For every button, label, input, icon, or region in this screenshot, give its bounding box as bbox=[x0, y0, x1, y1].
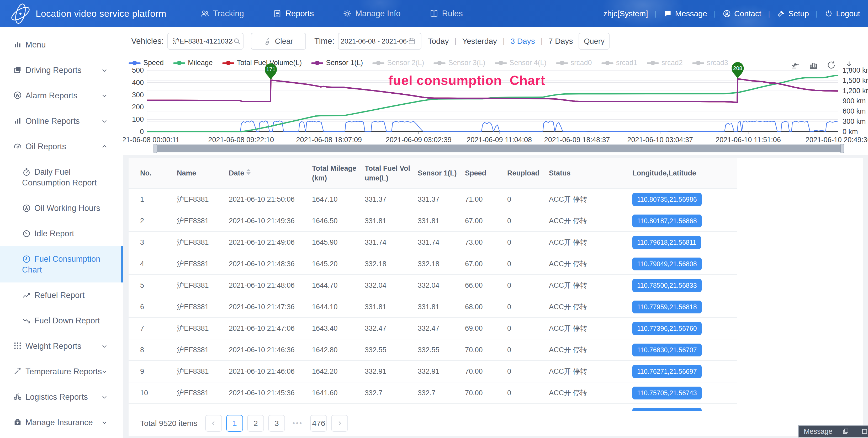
coordinate-button[interactable]: 110.78500,21.56833 bbox=[632, 279, 702, 292]
legend-sensor-2-l[interactable]: Sensor 2(L) bbox=[372, 59, 424, 67]
navbar-setup-button[interactable]: Setup bbox=[777, 9, 809, 18]
cell-mileage: 1645.90 bbox=[312, 231, 365, 253]
time-label: Time: bbox=[314, 36, 334, 46]
restore-window-icon[interactable] bbox=[842, 428, 849, 435]
nav-item-rules[interactable]: Rules bbox=[430, 9, 463, 18]
page-button-1[interactable]: 1 bbox=[226, 415, 243, 432]
cell-fuel: 332.04 bbox=[365, 275, 418, 296]
prev-page-button[interactable] bbox=[205, 415, 222, 432]
line-chart-toggle-icon[interactable] bbox=[791, 60, 800, 70]
cell-coord: 110.77396,21.56760 bbox=[632, 318, 737, 339]
cell-fuel: 331.74 bbox=[365, 231, 418, 253]
legend-speed[interactable]: Speed bbox=[129, 59, 164, 67]
cell-coord: 110.78500,21.56833 bbox=[632, 275, 737, 296]
datazoom-handle-right[interactable] bbox=[840, 144, 844, 153]
report-table: No.NameDateTotal Mileage(km)Total Fuel V… bbox=[129, 158, 737, 411]
legend-label: srcad2 bbox=[661, 59, 683, 67]
range-7-days[interactable]: 7 Days bbox=[549, 37, 573, 45]
bar-chart-toggle-icon[interactable] bbox=[809, 60, 818, 70]
sidebar-item-fuel-consumption-chart[interactable]: Fuel Consumption Chart bbox=[0, 246, 123, 282]
next-page-button[interactable] bbox=[331, 415, 348, 432]
page-button-476[interactable]: 476 bbox=[310, 415, 327, 432]
page-button-3[interactable]: 3 bbox=[268, 415, 285, 432]
legend-srcad1[interactable]: srcad1 bbox=[601, 59, 638, 67]
calendar-icon[interactable] bbox=[408, 37, 415, 45]
search-icon[interactable] bbox=[233, 37, 241, 45]
coordinate-button[interactable]: 110.76830,21.56707 bbox=[632, 344, 702, 356]
date-range-input[interactable] bbox=[339, 37, 408, 45]
sidebar-item-weight-reports[interactable]: Weight Reports bbox=[0, 333, 123, 359]
navbar-contact-button[interactable]: Contact bbox=[723, 9, 761, 18]
legend-total-fuel-volume-l[interactable]: Total Fuel Volume(L) bbox=[222, 59, 302, 67]
legend-sensor-4-l[interactable]: Sensor 4(L) bbox=[495, 59, 547, 67]
cell-coord: 110.80735,21.56986 bbox=[632, 189, 737, 210]
table-row: 9沪EF83812021-06-10 21:46:061642.20332.91… bbox=[129, 361, 737, 382]
sidebar-item-alarm-reports[interactable]: Alarm Reports bbox=[0, 83, 123, 108]
cell-status: ACC开 停转 bbox=[549, 339, 632, 361]
nav-item-reports[interactable]: Reports bbox=[273, 9, 314, 18]
coordinate-button[interactable]: 110.77396,21.56760 bbox=[632, 322, 702, 335]
sidebar-item-idle-report[interactable]: Idle Report bbox=[0, 221, 123, 246]
sidebar-item-daily-fuel-consumption-report[interactable]: Daily Fuel Consumption Report bbox=[0, 159, 123, 195]
coordinate-button[interactable]: 110.77959,21.56818 bbox=[632, 301, 702, 313]
refresh-icon[interactable] bbox=[827, 60, 836, 70]
clear-button[interactable]: Clear bbox=[251, 33, 306, 50]
sidebar-item-menu[interactable]: Menu bbox=[0, 32, 123, 57]
table-scroll-area[interactable]: No.NameDateTotal Mileage(km)Total Fuel V… bbox=[129, 158, 863, 411]
cell-reupload: 0 bbox=[507, 189, 549, 210]
wand-icon bbox=[13, 367, 22, 376]
pages-ellipsis[interactable]: ••• bbox=[289, 419, 306, 427]
message-widget[interactable]: Message bbox=[798, 426, 868, 437]
sidebar-item-logistics-reports[interactable]: Logistics Reports bbox=[0, 384, 123, 410]
coordinate-button[interactable]: 110.79049,21.56808 bbox=[632, 257, 702, 271]
cell-reupload: 0 bbox=[507, 361, 549, 382]
pagination: Total 9520 items 123•••476 bbox=[129, 411, 863, 436]
range-3-days[interactable]: 3 Days bbox=[510, 37, 535, 45]
legend-marker-icon bbox=[129, 61, 141, 65]
range-today[interactable]: Today bbox=[428, 37, 449, 45]
legend-label: Sensor 3(L) bbox=[448, 59, 485, 67]
sidebar-item-online-reports[interactable]: Online Reports bbox=[0, 108, 123, 134]
sidebar-item-fuel-down-report[interactable]: Fuel Down Report bbox=[0, 308, 123, 333]
datazoom-slider[interactable] bbox=[155, 145, 842, 152]
legend-sensor-3-l[interactable]: Sensor 3(L) bbox=[433, 59, 485, 67]
user-label[interactable]: zhjc[System] bbox=[603, 9, 648, 18]
sidebar-item-refuel-report[interactable]: Refuel Report bbox=[0, 282, 123, 308]
coordinate-button[interactable]: 110.75705,21.56743 bbox=[632, 386, 702, 400]
sort-icon[interactable] bbox=[246, 169, 251, 175]
cell-sensor1: 332.91 bbox=[418, 361, 465, 382]
navbar-logout-button[interactable]: Logout bbox=[825, 9, 860, 18]
legend-srcad2[interactable]: srcad2 bbox=[647, 59, 683, 67]
sidebar-item-manage-insurance[interactable]: Manage Insurance bbox=[0, 410, 123, 435]
legend-srcad3[interactable]: srcad3 bbox=[692, 59, 728, 67]
legend-srcad0[interactable]: srcad0 bbox=[556, 59, 592, 67]
sidebar-item-label: Alarm Reports bbox=[26, 91, 78, 100]
legend-sensor-1-l[interactable]: Sensor 1(L) bbox=[311, 59, 363, 67]
chart-legend: SpeedMileageTotal Fuel Volume(L)Sensor 1… bbox=[129, 59, 800, 67]
nav-item-manage-info[interactable]: Manage Info bbox=[343, 9, 400, 18]
range-yesterday[interactable]: Yesterday bbox=[462, 37, 497, 45]
sidebar-item-oil-working-hours[interactable]: Oil Working Hours bbox=[0, 195, 123, 221]
sidebar-item-temperature-reports[interactable]: Temperature Reports bbox=[0, 359, 123, 384]
maximize-window-icon[interactable] bbox=[861, 428, 868, 435]
sidebar-item-oil-reports[interactable]: Oil Reports bbox=[0, 134, 123, 159]
sidebar-item-driving-reports[interactable]: Driving Reports bbox=[0, 57, 123, 83]
column-header-label: Speed bbox=[465, 169, 486, 177]
cell-name: 沪EF8381 bbox=[177, 275, 229, 296]
datazoom-handle-left[interactable] bbox=[154, 144, 157, 153]
coordinate-button[interactable]: 110.75154,21.56844 bbox=[632, 408, 702, 411]
coordinate-button[interactable]: 110.80735,21.56986 bbox=[632, 193, 702, 206]
coordinate-button[interactable]: 110.76271,21.56697 bbox=[632, 365, 702, 378]
cell-no: 11 bbox=[129, 404, 177, 411]
legend-mileage[interactable]: Mileage bbox=[173, 59, 213, 67]
coordinate-button[interactable]: 110.79618,21.56811 bbox=[632, 236, 701, 249]
page-button-2[interactable]: 2 bbox=[247, 415, 264, 432]
nav-item-tracking[interactable]: Tracking bbox=[200, 9, 244, 18]
trend-up-icon bbox=[22, 291, 30, 299]
cell-status: ACC开 停转 bbox=[549, 318, 632, 339]
query-button[interactable]: Query bbox=[579, 33, 610, 50]
coordinate-button[interactable]: 110.80187,21.56868 bbox=[632, 215, 702, 227]
navbar-message-button[interactable]: Message bbox=[663, 9, 707, 18]
alarm-w-icon bbox=[13, 91, 22, 100]
vehicle-input[interactable] bbox=[168, 37, 233, 45]
